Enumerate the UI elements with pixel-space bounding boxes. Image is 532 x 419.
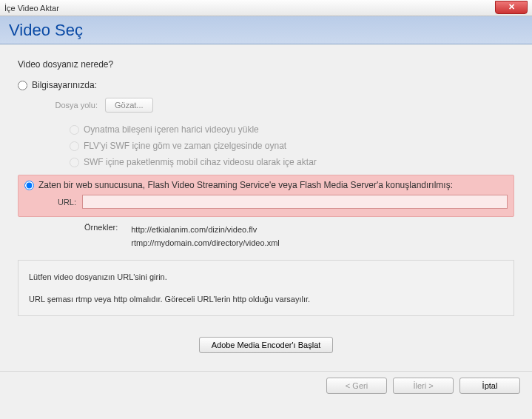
encoder-row: Adobe Media Encoder'ı Başlat	[18, 337, 514, 353]
radio-deployed-label: Zaten bir web sunucusuna, Flash Video St…	[38, 180, 453, 190]
radio-on-computer[interactable]: Bilgisayarınızda:	[18, 80, 514, 90]
launch-encoder-button[interactable]: Adobe Media Encoder'ı Başlat	[199, 337, 334, 353]
radio-deployed[interactable]: Zaten bir web sunucusuna, Flash Video St…	[24, 180, 508, 190]
close-button[interactable]: ✕	[495, 1, 528, 14]
example-2: rtmp://mydomain.com/directory/video.xml	[131, 236, 280, 249]
url-row: URL:	[51, 195, 508, 209]
page-title: Video Seç	[9, 21, 83, 40]
radio-on-computer-input[interactable]	[18, 81, 27, 90]
url-input[interactable]	[82, 195, 508, 209]
question-label: Video dosyanız nerede?	[18, 59, 514, 70]
info-box: Lütfen video dosyanızın URL'sini girin. …	[18, 260, 514, 316]
radio-sub-a-label: Oynatma bileşeni içeren harici videoyu y…	[84, 124, 259, 135]
radio-sub-b: FLV'yi SWF içine göm ve zaman çizelgesin…	[70, 141, 514, 151]
titlebar: İçe Video Aktar ✕	[0, 0, 532, 16]
cancel-button[interactable]: İptal	[459, 378, 520, 394]
radio-sub-c-input	[70, 158, 79, 167]
radio-sub-c-label: SWF içine paketlenmiş mobil cihaz videos…	[84, 157, 317, 167]
radio-sub-a: Oynatma bileşeni içeren harici videoyu y…	[70, 124, 514, 135]
examples-list: http://etkialanim.com/dizin/video.flv rt…	[131, 223, 280, 249]
example-1: http://etkialanim.com/dizin/video.flv	[131, 223, 280, 236]
info-line-1: Lütfen video dosyanızın URL'sini girin.	[29, 271, 503, 283]
radio-sub-b-input	[70, 141, 79, 151]
browse-button[interactable]: Gözat...	[105, 98, 153, 113]
window-title: İçe Video Aktar	[4, 4, 59, 13]
url-label: URL:	[51, 198, 76, 207]
examples-label: Örnekler:	[84, 223, 118, 249]
content-area: Video dosyanız nerede? Bilgisayarınızda:…	[0, 44, 532, 400]
radio-on-computer-label: Bilgisayarınızda:	[32, 80, 97, 90]
next-button[interactable]: İleri >	[393, 378, 454, 394]
file-path-row: Dosya yolu: Gözat...	[52, 98, 514, 113]
radio-sub-c: SWF içine paketlenmiş mobil cihaz videos…	[70, 157, 514, 167]
radio-sub-b-label: FLV'yi SWF içine göm ve zaman çizelgesin…	[84, 141, 286, 151]
sub-options: Oynatma bileşeni içeren harici videoyu y…	[70, 124, 514, 167]
back-button[interactable]: < Geri	[326, 378, 387, 394]
radio-sub-a-input	[70, 125, 79, 135]
wizard-footer: < Geri İleri > İptal	[0, 371, 532, 400]
info-line-2: URL şeması rtmp veya http olmalıdır. Gör…	[29, 293, 503, 305]
file-path-label: Dosya yolu:	[52, 101, 98, 110]
deployed-option-box: Zaten bir web sunucusuna, Flash Video St…	[18, 175, 514, 217]
close-icon: ✕	[508, 2, 515, 12]
examples: Örnekler: http://etkialanim.com/dizin/vi…	[84, 223, 514, 249]
wizard-header: Video Seç	[0, 16, 532, 44]
radio-deployed-input[interactable]	[24, 181, 34, 190]
